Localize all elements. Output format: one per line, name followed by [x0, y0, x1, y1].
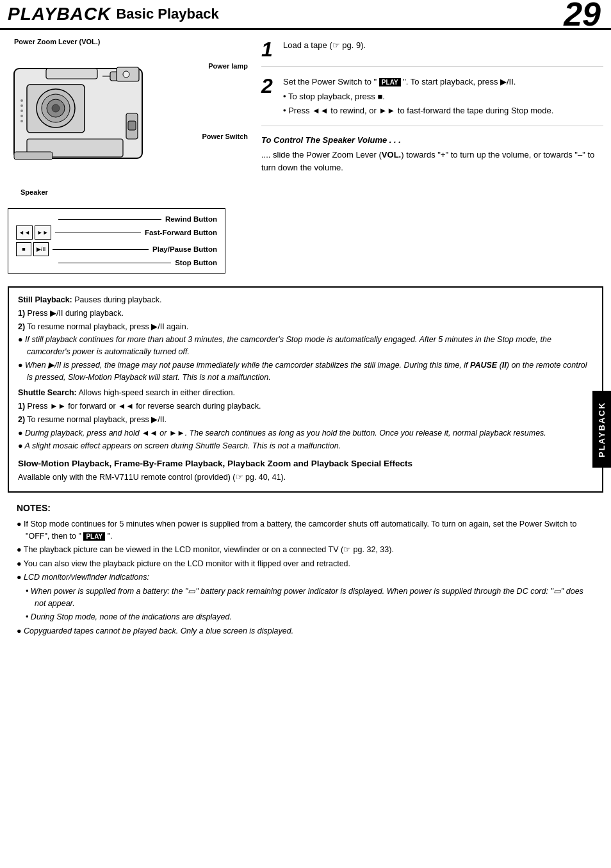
note-5: ● Copyguarded tapes cannot be played bac… [17, 625, 594, 637]
camera-svg-container [8, 49, 187, 190]
rewind-button-label: Rewind Button [165, 215, 217, 223]
shuttle-note-1: ● During playback, press and hold ◄◄ or … [18, 427, 593, 439]
svg-point-5 [52, 104, 60, 112]
speaker-label: Speaker [20, 187, 48, 197]
note-4: ● LCD monitor/viewfinder indications: [17, 571, 594, 584]
svg-point-15 [20, 110, 23, 112]
shuttle-search-header: Shuttle Search: Allows high-speed search… [18, 387, 593, 399]
notes-title: NOTES: [17, 502, 594, 516]
right-column: 1 Load a tape (☞ pg. 9). 2 Set the Power… [261, 37, 603, 274]
page-header: PLAYBACK Basic Playback 29 [0, 0, 611, 30]
side-tab: PLAYBACK [592, 391, 611, 468]
still-step-1: 1) Press ▶/II during playback. [18, 307, 593, 320]
still-note-1: ● If still playback continues for more t… [18, 334, 593, 358]
svg-point-13 [20, 99, 23, 102]
svg-point-17 [20, 120, 23, 122]
svg-rect-6 [46, 69, 97, 79]
speaker-volume-title: To Control The Speaker Volume . . . [261, 134, 603, 147]
control-panel: Rewind Button ◄◄ ►► Fast-Forward Button … [8, 208, 225, 274]
header-title-basic: Basic Playback [116, 6, 218, 22]
step-1-block: 1 Load a tape (☞ pg. 9). [261, 39, 603, 67]
step-1-text: Load a tape (☞ pg. 9). [283, 39, 603, 52]
notes-section: NOTES: ● If Stop mode continues for 5 mi… [8, 499, 603, 641]
note-3: ● You can also view the playback picture… [17, 558, 594, 570]
fastfwd-button-label: Fast-Forward Button [145, 229, 217, 236]
playpause-row: ■ ▶/II Play/Pause Button [16, 242, 217, 256]
still-playback-header: Still Playback: Pauses during playback. [18, 294, 593, 306]
play-badge: PLAY [379, 78, 401, 86]
fastfwd-row: ◄◄ ►► Fast-Forward Button [16, 225, 217, 240]
power-switch-label: Power Switch [202, 131, 248, 141]
step-2-bullet2: • Press ◄◄ to rewind, or ►► to fast-forw… [283, 104, 603, 117]
note-4b: • During Stop mode, none of the indicati… [17, 611, 594, 623]
step-2-content: Set the Power Switch to " PLAY ". To sta… [283, 76, 603, 119]
note-1: ● If Stop mode continues for 5 minutes w… [17, 518, 594, 543]
shuttle-note-2: ● A slight mosaic effect appears on scre… [18, 440, 593, 452]
main-content: Power Zoom Lever (VOL.) [0, 30, 611, 280]
step-2-number: 2 [261, 76, 277, 119]
shuttle-step-2: 2) To resume normal playback, press ▶/II… [18, 414, 593, 426]
slow-motion-title: Slow-Motion Playback, Frame-By-Frame Pla… [18, 457, 593, 470]
page-number: 29 [564, 0, 601, 33]
header-title-playback: PLAYBACK [8, 4, 111, 24]
svg-rect-19 [14, 152, 53, 160]
still-step-2: 2) To resume normal playback, press ▶/II… [18, 321, 593, 333]
playpause-button[interactable]: ▶/II [33, 242, 49, 256]
svg-rect-12 [128, 121, 136, 130]
svg-point-10 [123, 71, 129, 78]
shuttle-step-1: 1) Press ►► for forward or ◄◄ for revers… [18, 400, 593, 413]
still-note-2: ● When ▶/II is pressed, the image may no… [18, 359, 593, 384]
speaker-volume-section: To Control The Speaker Volume . . . ....… [261, 134, 603, 174]
play-badge-note: PLAY [83, 532, 105, 541]
camera-diagram-area: Power Zoom Lever (VOL.) [8, 37, 251, 203]
step-2-main: Set the Power Switch to " PLAY ". To sta… [283, 76, 603, 88]
power-lamp-label: Power lamp [208, 61, 248, 70]
step-1-content: Load a tape (☞ pg. 9). [283, 39, 603, 60]
rewind-button[interactable]: ◄◄ [16, 225, 33, 240]
stop-row: Stop Button [16, 259, 217, 266]
power-zoom-label: Power Zoom Lever (VOL.) [14, 38, 100, 45]
stop-button-label: Stop Button [175, 259, 217, 266]
slow-motion-text: Available only with the RM-V711U remote … [18, 471, 593, 484]
still-playback-title: Still Playback: [18, 295, 72, 304]
info-box: Still Playback: Pauses during playback. … [8, 286, 603, 493]
playpause-button-label: Play/Pause Button [152, 245, 217, 253]
left-column: Power Zoom Lever (VOL.) [8, 37, 251, 274]
svg-point-14 [20, 104, 23, 107]
stop-button[interactable]: ■ [16, 242, 31, 256]
step-1-number: 1 [261, 39, 277, 60]
step-2-bullet1: • To stop playback, press ■. [283, 90, 603, 103]
side-tab-label: PLAYBACK [597, 401, 607, 457]
note-4a: • When power is supplied from a battery:… [17, 585, 594, 610]
shuttle-search-title: Shuttle Search: [18, 388, 77, 397]
step-2-block: 2 Set the Power Switch to " PLAY ". To s… [261, 76, 603, 126]
camera-svg [8, 49, 181, 184]
note-2: ● The playback picture can be viewed in … [17, 544, 594, 556]
fastfwd-button[interactable]: ►► [35, 225, 51, 240]
svg-point-16 [20, 115, 23, 117]
speaker-volume-text: .... slide the Power Zoom Lever (VOL.) t… [261, 149, 603, 174]
